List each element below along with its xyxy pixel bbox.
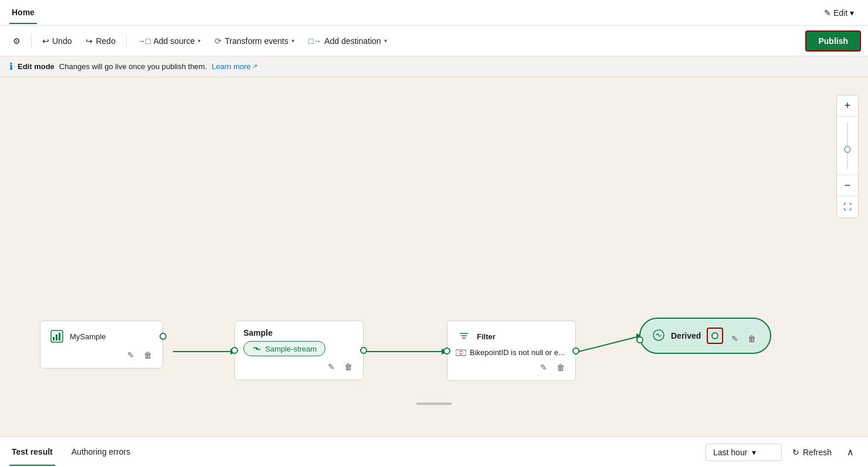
- time-range-label: Last hour: [713, 448, 747, 457]
- edit-mode-label: Edit mode: [18, 62, 55, 71]
- sample-node-title: Sample: [243, 328, 355, 338]
- refresh-button[interactable]: ↻ Refresh: [786, 444, 838, 461]
- redo-button[interactable]: ↪ Redo: [80, 33, 121, 49]
- tab-authoring-errors[interactable]: Authoring errors: [69, 439, 133, 466]
- edit-banner: ℹ Edit mode Changes will go live once yo…: [0, 56, 868, 77]
- sample-edit-button[interactable]: ✎: [326, 361, 337, 373]
- mysample-label: MySample: [70, 332, 106, 341]
- external-link-icon: ↗: [252, 63, 257, 70]
- transform-chevron: ▾: [291, 38, 294, 44]
- transform-icon: ⟳: [215, 36, 222, 46]
- zoom-controls: + − ⛶: [836, 95, 859, 218]
- filter-output-dot[interactable]: [572, 347, 579, 354]
- sample-stream-label: Sample-stream: [265, 345, 317, 353]
- filter-condition: BikepointID is not null or e...: [470, 348, 565, 357]
- zoom-in-button[interactable]: +: [837, 96, 858, 117]
- sample-node: Sample Sample-stream ✎ 🗑: [235, 321, 364, 380]
- edit-button[interactable]: ✎ Edit ▾: [819, 6, 859, 20]
- derived-input-dot[interactable]: [636, 336, 643, 343]
- destination-chevron: ▾: [384, 38, 387, 44]
- mysample-edit-button[interactable]: ✎: [125, 349, 137, 361]
- redo-icon: ↪: [86, 36, 93, 46]
- derived-icon: [652, 329, 665, 343]
- banner-message: Changes will go live once you publish th…: [59, 62, 207, 71]
- filter-title: Filter: [477, 332, 496, 341]
- tab-home[interactable]: Home: [9, 2, 37, 24]
- learn-more-link[interactable]: Learn more ↗: [212, 62, 257, 71]
- sample-output-dot[interactable]: [360, 347, 367, 354]
- time-range-chevron: ▾: [752, 448, 756, 457]
- filter-actions: ✎ 🗑: [456, 362, 567, 373]
- time-range-select[interactable]: Last hour ▾: [706, 444, 782, 461]
- tab-test-result[interactable]: Test result: [9, 439, 55, 466]
- flow-connections: [0, 77, 868, 437]
- zoom-track: [847, 122, 848, 169]
- info-icon: ℹ: [9, 61, 13, 72]
- svg-point-10: [256, 347, 258, 350]
- mysample-delete-button[interactable]: 🗑: [141, 349, 154, 361]
- filter-input-dot[interactable]: [443, 347, 450, 354]
- toolbar: ⚙ ↩ Undo ↪ Redo →□ Add source ▾ ⟳ Transf…: [0, 26, 868, 56]
- svg-line-4: [579, 336, 639, 352]
- sample-stream-pill: Sample-stream: [243, 341, 326, 356]
- transform-events-button[interactable]: ⟳ Transform events ▾: [209, 33, 300, 49]
- sample-input-dot[interactable]: [231, 347, 238, 354]
- sample-actions: ✎ 🗑: [243, 361, 355, 373]
- zoom-thumb[interactable]: [844, 146, 851, 153]
- zoom-out-button[interactable]: −: [837, 175, 858, 196]
- collapse-button[interactable]: ∧: [842, 444, 859, 460]
- add-destination-button[interactable]: □→ Add destination ▾: [303, 33, 393, 49]
- derived-output-highlight[interactable]: [707, 328, 723, 344]
- mysample-icon: [49, 328, 65, 345]
- add-source-chevron: ▾: [198, 38, 201, 44]
- derived-node: Derived ✎ 🗑: [639, 318, 771, 354]
- scroll-hint: [416, 403, 452, 405]
- sample-delete-button[interactable]: 🗑: [342, 361, 355, 373]
- svg-rect-7: [53, 337, 55, 340]
- filter-edit-button[interactable]: ✎: [538, 362, 550, 373]
- canvas: MySample ✎ 🗑 Sample Sample-stream ✎ 🗑: [0, 77, 868, 437]
- mysample-actions: ✎ 🗑: [49, 349, 154, 361]
- undo-icon: ↩: [42, 36, 49, 46]
- filter-node: Filter BikepointID is not null or e... ✎…: [447, 321, 576, 381]
- undo-button[interactable]: ↩ Undo: [36, 33, 77, 49]
- tab-bar: Home ✎ Edit ▾: [0, 0, 868, 26]
- svg-rect-9: [59, 333, 60, 340]
- derived-delete-button[interactable]: 🗑: [745, 333, 758, 345]
- mysample-output-dot[interactable]: [160, 333, 167, 340]
- add-destination-icon: □→: [308, 36, 321, 46]
- add-source-icon: →□: [137, 36, 150, 46]
- derived-title: Derived: [671, 331, 701, 340]
- filter-icon: [456, 328, 472, 345]
- publish-button[interactable]: Publish: [805, 30, 861, 52]
- svg-rect-8: [56, 335, 57, 340]
- bottom-right-controls: Last hour ▾ ↻ Refresh ∧: [706, 444, 859, 461]
- toolbar-separator-2: [126, 34, 127, 48]
- mysample-node: MySample ✎ 🗑: [40, 321, 163, 369]
- add-source-button[interactable]: →□ Add source ▾: [131, 33, 206, 49]
- settings-icon: ⚙: [13, 36, 21, 46]
- toolbar-separator: [31, 34, 32, 48]
- svg-rect-14: [456, 350, 466, 356]
- filter-delete-button[interactable]: 🗑: [554, 362, 567, 373]
- bottom-panel: Test result Authoring errors Last hour ▾…: [0, 437, 868, 467]
- derived-edit-button[interactable]: ✎: [729, 333, 741, 345]
- refresh-icon: ↻: [792, 448, 799, 457]
- settings-button[interactable]: ⚙: [7, 33, 26, 49]
- zoom-fit-button[interactable]: ⛶: [837, 196, 858, 217]
